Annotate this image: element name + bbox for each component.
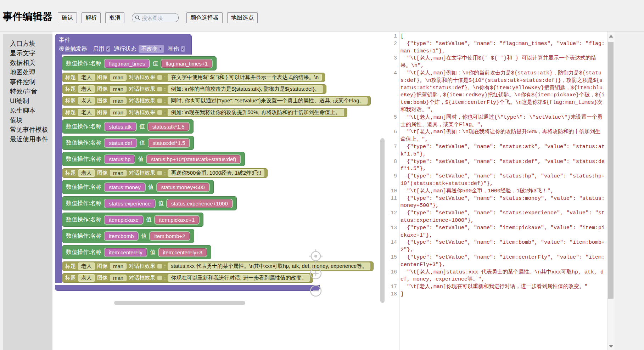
image-value-field[interactable]: man xyxy=(110,275,127,281)
value-field[interactable]: status:experience+1000 xyxy=(167,199,232,208)
image-value-field[interactable]: man xyxy=(110,97,127,104)
color-picker-button[interactable]: 颜色选择器 xyxy=(186,12,223,23)
setvalue-block[interactable]: 数值操作:名称 status:money 值 status:money+500 xyxy=(62,180,214,194)
sidebar-item-entry-blocks[interactable]: 入口方块 xyxy=(3,39,52,49)
code-text: "\t[老人,man]再送你500金币，1000经验，1破2炸3飞！", xyxy=(401,188,607,195)
json-scrollbar[interactable] xyxy=(607,31,615,350)
title-text-block[interactable]: 标题 老人 图像 man 对话框效果 : 再送你500金币, 1000经验, 1… xyxy=(62,168,268,178)
sidebar-item-data[interactable]: 数据相关 xyxy=(3,58,52,68)
json-code-editor[interactable]: 1[ 2 {"type": "setValue", "name": "flag:… xyxy=(386,31,607,350)
code-text: {"type": "setValue", "name": "item:picka… xyxy=(401,225,607,239)
enable-checkbox[interactable]: ✓ xyxy=(106,46,110,52)
title-value-field[interactable]: 老人 xyxy=(78,262,95,270)
setvalue-block[interactable]: 数值操作:名称 status:def 值 status:def*1.5 xyxy=(62,136,194,150)
chevron-down-icon: ▾ xyxy=(159,45,161,53)
message-field[interactable]: status:xxx 代表勇士的某个属性。\n其中xxx可取hp, atk, d… xyxy=(168,262,370,270)
zoom-reset-icon[interactable] xyxy=(309,249,323,263)
sidebar-item-show-text[interactable]: 显示文字 xyxy=(3,49,52,58)
name-field[interactable]: item:centerFly xyxy=(105,248,146,256)
dialog-effect-checkbox[interactable] xyxy=(157,110,162,115)
setvalue-block[interactable]: 数值操作:名称 item:centerFly 值 item:centerFly+… xyxy=(62,245,211,259)
title-text-block[interactable]: 标题 老人 图像 man 对话框效果 : 在文字中使用${' ${ '}和 } … xyxy=(62,73,325,82)
show-damage-checkbox[interactable]: ✓ xyxy=(181,46,185,52)
json-scrollbar-thumb[interactable] xyxy=(608,42,614,299)
message-field[interactable]: 同时, 你也可以通过{"type": "setValue"}来设置一个勇士的属性… xyxy=(168,97,368,105)
zoom-in-icon[interactable] xyxy=(309,266,323,281)
name-field[interactable]: flag:man_times xyxy=(105,60,149,68)
message-field[interactable]: 你现在可以重新和我进行对话, 进一步看到属性值的改变。 xyxy=(168,274,310,282)
dialog-effect-checkbox[interactable] xyxy=(157,264,162,269)
sidebar-item-event-control[interactable]: 事件控制 xyxy=(3,77,52,87)
dialog-effect-checkbox[interactable] xyxy=(157,75,162,80)
setvalue-block[interactable]: 数值操作:名称 item:pickaxe 值 item:pickaxe+1 xyxy=(62,213,203,227)
parse-button[interactable]: 解析 xyxy=(82,12,101,23)
value-field[interactable]: status:atk*1.5 xyxy=(148,123,189,131)
sidebar-item-map[interactable]: 地图处理 xyxy=(3,68,52,77)
title-text-block[interactable]: 标题 老人 图像 man 对话框效果 : 例如: \n你的当前攻击力是${sta… xyxy=(62,84,326,94)
title-text-block[interactable]: 标题 老人 图像 man 对话框效果 : 例如: \n现在我将让你的攻防提升50… xyxy=(62,108,347,117)
title-value-field[interactable]: 老人 xyxy=(78,169,95,177)
scroll-down-arrow-icon[interactable] xyxy=(609,345,613,348)
setvalue-block[interactable]: 数值操作:名称 status:hp 值 status:hp+10*(status… xyxy=(62,152,245,166)
name-field[interactable]: item:pickaxe xyxy=(105,216,142,224)
title-text-block[interactable]: 标题 老人 图像 man 对话框效果 : 你现在可以重新和我进行对话, 进一步看… xyxy=(62,273,313,283)
search-box[interactable] xyxy=(132,13,179,22)
dialog-effect-checkbox[interactable] xyxy=(157,98,162,103)
title-value-field[interactable]: 老人 xyxy=(78,274,95,282)
dialog-effect-checkbox[interactable] xyxy=(157,276,162,280)
sidebar-item-fx-sound[interactable]: 特效/声音 xyxy=(3,87,52,96)
cancel-button[interactable]: 取消 xyxy=(105,12,124,23)
name-field[interactable]: status:hp xyxy=(105,155,135,163)
search-input[interactable] xyxy=(141,15,175,21)
map-pick-button[interactable]: 地图选点 xyxy=(227,12,258,23)
value-field[interactable]: status:hp+10*(status:atk+status:def) xyxy=(147,155,240,163)
name-field[interactable]: status:experience xyxy=(105,199,155,208)
message-field[interactable]: 例如: \n现在我将让你的攻防提升50%, 再将攻防和的十倍加到生命值上。 xyxy=(168,109,344,116)
setvalue-block[interactable]: 数值操作:名称 item:bomb 值 item:bomb+2 xyxy=(62,229,194,243)
value-field[interactable]: item:pickaxe+1 xyxy=(155,216,199,224)
value-field[interactable]: flag:man_times+1 xyxy=(161,60,212,68)
value-field[interactable]: item:centerFly+3 xyxy=(159,248,207,256)
sidebar-item-native-script[interactable]: 原生脚本 xyxy=(3,106,52,115)
title-label: 标题 xyxy=(65,275,76,281)
name-field[interactable]: status:atk xyxy=(105,123,136,131)
title-value-field[interactable]: 老人 xyxy=(78,74,95,81)
pass-state-dropdown[interactable]: 不改变▾ xyxy=(139,45,164,53)
image-value-field[interactable]: man xyxy=(110,86,127,92)
dialog-effect-checkbox[interactable] xyxy=(157,87,162,91)
name-field[interactable]: item:bomb xyxy=(105,232,138,240)
title-value-field[interactable]: 老人 xyxy=(78,85,95,93)
image-value-field[interactable]: man xyxy=(110,170,127,176)
workspace-horizontal-scrollbar[interactable] xyxy=(114,301,245,305)
sidebar-item-value-blocks[interactable]: 值块 xyxy=(3,115,52,125)
message-field[interactable]: 例如: \n你的当前攻击力是${status:atk}, 防御力是${statu… xyxy=(168,85,323,93)
title-text-block[interactable]: 标题 老人 图像 man 对话框效果 : 同时, 你也可以通过{"type": … xyxy=(62,96,371,106)
image-value-field[interactable]: man xyxy=(110,109,127,116)
sidebar-item-common-templates[interactable]: 常见事件模板 xyxy=(3,125,52,135)
confirm-button[interactable]: 确认 xyxy=(58,12,77,23)
value-field[interactable]: item:bomb+2 xyxy=(150,232,189,240)
name-field[interactable]: status:money xyxy=(105,183,145,191)
workspace-vertical-scrollbar[interactable] xyxy=(380,138,385,303)
sidebar-item-ui-draw[interactable]: UI绘制 xyxy=(3,96,52,106)
setvalue-block[interactable]: 数值操作:名称 status:atk 值 status:atk*1.5 xyxy=(62,119,194,134)
image-value-field[interactable]: man xyxy=(110,263,127,270)
sidebar-item-recent-events[interactable]: 最近使用事件 xyxy=(3,135,52,144)
scroll-up-arrow-icon[interactable] xyxy=(609,35,613,38)
line-number: 12 xyxy=(386,210,401,217)
name-field[interactable]: status:def xyxy=(105,139,136,147)
value-field[interactable]: status:money+500 xyxy=(157,183,209,191)
zoom-out-icon[interactable] xyxy=(309,284,323,298)
message-field[interactable]: 再送你500金币, 1000经验, 1破2炸3飞! xyxy=(168,169,264,177)
title-value-field[interactable]: 老人 xyxy=(78,109,95,116)
image-value-field[interactable]: man xyxy=(110,74,127,81)
event-container-block[interactable]: 事件 覆盖触发器 启用 ✓ 通行状态 不改变▾ 显伤 ✓ xyxy=(55,34,192,55)
block-workspace[interactable]: 事件 覆盖触发器 启用 ✓ 通行状态 不改变▾ 显伤 ✓ 数值操作:名称 fla… xyxy=(52,31,386,350)
setvalue-block[interactable]: 数值操作:名称 flag:man_times 值 flag:man_times+… xyxy=(62,56,217,70)
message-field[interactable]: 在文字中使用${' ${ '}和 } 可以计算并显示一个表达式的结果。\n xyxy=(168,74,322,81)
title-value-field[interactable]: 老人 xyxy=(78,97,95,105)
setvalue-block[interactable]: 数值操作:名称 status:experience 值 status:exper… xyxy=(62,196,237,210)
value-field[interactable]: status:def*1.5 xyxy=(149,139,190,147)
dialog-effect-checkbox[interactable] xyxy=(157,171,162,175)
title-text-block[interactable]: 标题 老人 图像 man 对话框效果 : status:xxx 代表勇士的某个属… xyxy=(62,261,374,271)
